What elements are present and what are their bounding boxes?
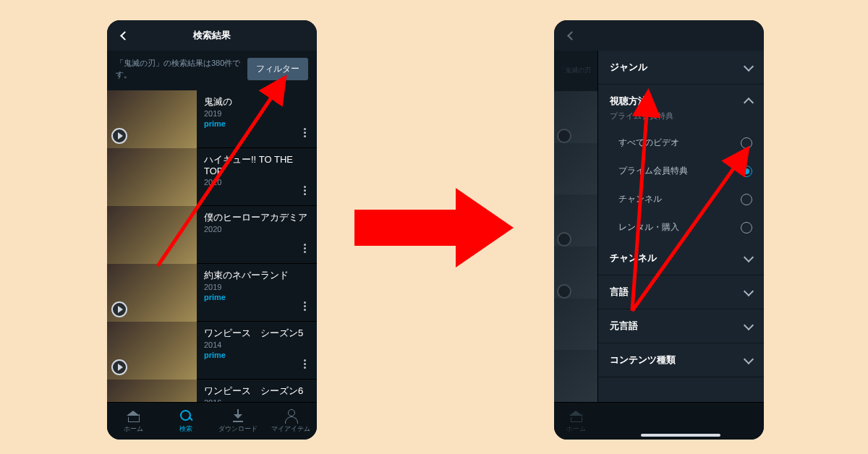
result-title: 鬼滅の [204, 96, 312, 108]
tab-dl[interactable]: ダウンロード [212, 403, 265, 440]
header [554, 20, 764, 51]
result-year: 2019 [204, 283, 312, 291]
filter-section-label: コンテンツ種類 [610, 354, 676, 367]
header-title: 検索結果 [193, 29, 231, 42]
filter-option[interactable]: すべてのビデオ [598, 129, 764, 157]
result-info: ワンピース シーズン62016prime [197, 380, 317, 402]
home-indicator [641, 434, 720, 437]
result-title: ワンピース シーズン6 [204, 385, 312, 397]
tab-bar: ホーム検索ダウンロードマイアイテム [107, 402, 317, 440]
more-button[interactable] [297, 240, 312, 256]
ghost-thumbnails [554, 91, 597, 402]
play-icon[interactable] [111, 301, 127, 317]
radio-icon[interactable] [741, 222, 752, 234]
result-info: ハイキュー!! TO THE TOP2020 [197, 148, 317, 205]
chevron-down-icon [744, 354, 754, 364]
tab-label: 検索 [179, 424, 192, 434]
thumbnail[interactable] [107, 206, 197, 264]
chevron-down-icon [744, 252, 754, 262]
tab-home[interactable]: ホーム [554, 403, 597, 440]
filter-option-label: チャンネル [618, 193, 662, 205]
tab-label: ホーム [124, 424, 143, 434]
result-year: 2019 [204, 109, 312, 118]
result-title: 約束のネバーランド [204, 270, 312, 281]
filter-overlay-area: 「鬼滅の刃 ジャンル 視聴方法 プライム会員特典 すべてのビデオプライム会員特典… [554, 51, 764, 402]
play-icon[interactable] [111, 128, 127, 144]
back-button[interactable] [558, 20, 584, 51]
filter-section-watch-method[interactable]: 視聴方法 [598, 85, 764, 109]
filter-option[interactable]: レンタル・購入 [598, 213, 764, 241]
chevron-up-icon [744, 97, 754, 107]
more-button[interactable] [297, 356, 312, 372]
more-button[interactable] [297, 182, 312, 198]
ghost-summary-text: 「鬼滅の刃 [554, 51, 597, 91]
phone-filter-panel: 「鬼滅の刃 ジャンル 視聴方法 プライム会員特典 すべてのビデオプライム会員特典… [554, 20, 764, 440]
tab-home[interactable]: ホーム [107, 403, 160, 440]
filter-button[interactable]: フィルター [247, 58, 308, 80]
filter-section-channel[interactable]: チャンネル [598, 241, 764, 275]
result-info: 約束のネバーランド2019prime [197, 264, 317, 321]
filter-section-label: ジャンル [610, 61, 647, 74]
play-icon[interactable] [111, 359, 127, 375]
result-item[interactable]: ハイキュー!! TO THE TOP2020 [107, 148, 317, 206]
result-item[interactable]: ワンピース シーズン52014prime [107, 322, 317, 380]
back-button[interactable] [111, 20, 137, 51]
filter-panel[interactable]: ジャンル 視聴方法 プライム会員特典 すべてのビデオプライム会員特典チャンネルレ… [597, 51, 764, 402]
big-arrow-icon [354, 188, 521, 267]
summary-text: 「鬼滅の刃」の検索結果は380件です。 [116, 58, 242, 80]
filter-section-content-type[interactable]: コンテンツ種類 [598, 343, 764, 377]
header: 検索結果 [107, 20, 317, 51]
tab-user[interactable]: マイアイテム [265, 403, 318, 440]
home-icon [126, 408, 140, 423]
radio-icon[interactable] [741, 137, 752, 149]
thumbnail[interactable] [107, 264, 197, 322]
chevron-left-icon [567, 31, 576, 40]
user-icon [284, 408, 298, 423]
result-info: 僕のヒーローアカデミア2020 [197, 206, 317, 263]
thumbnail[interactable] [107, 148, 197, 206]
tab-bar: ホーム [554, 402, 764, 440]
result-title: ハイキュー!! TO THE TOP [204, 154, 312, 176]
more-button[interactable] [297, 298, 312, 314]
thumbnail[interactable] [107, 380, 197, 402]
result-year: 2020 [204, 225, 312, 234]
result-year: 2016 [204, 398, 312, 402]
result-item[interactable]: 鬼滅の2019prime [107, 90, 317, 148]
result-item[interactable]: ワンピース シーズン62016prime [107, 380, 317, 402]
filter-section-genre[interactable]: ジャンル [598, 51, 764, 85]
phone-search-results: 検索結果 「鬼滅の刃」の検索結果は380件です。 フィルター 鬼滅の2019pr… [107, 20, 317, 440]
filter-section-label: 視聴方法 [610, 95, 647, 108]
result-year: 2014 [204, 340, 312, 349]
radio-icon[interactable] [741, 166, 752, 177]
search-icon [179, 408, 193, 423]
filter-option-label: レンタル・購入 [618, 221, 679, 234]
filter-section-subtext: プライム会員特典 [598, 109, 764, 129]
filter-section-label: チャンネル [610, 252, 657, 265]
tab-search[interactable]: 検索 [160, 403, 213, 440]
chevron-left-icon [120, 31, 129, 40]
home-icon [569, 408, 583, 423]
filter-option[interactable]: チャンネル [598, 185, 764, 213]
filter-section-label: 言語 [610, 286, 629, 299]
chevron-down-icon [744, 286, 754, 296]
more-button[interactable] [297, 124, 312, 140]
result-title: 僕のヒーローアカデミア [204, 212, 312, 223]
thumbnail[interactable] [107, 90, 197, 148]
dl-icon [231, 408, 245, 423]
result-item[interactable]: 約束のネバーランド2019prime [107, 264, 317, 322]
result-info: 鬼滅の2019prime [197, 90, 317, 147]
tab-label: マイアイテム [271, 424, 310, 434]
filter-option[interactable]: プライム会員特典 [598, 157, 764, 185]
chevron-down-icon [744, 61, 754, 71]
result-title: ワンピース シーズン5 [204, 327, 312, 339]
filter-section-lang[interactable]: 言語 [598, 275, 764, 309]
result-item[interactable]: 僕のヒーローアカデミア2020 [107, 206, 317, 264]
tab-label: ダウンロード [218, 424, 258, 434]
filter-section-label: 元言語 [610, 320, 638, 333]
filter-option-label: すべてのビデオ [618, 137, 679, 149]
results-list[interactable]: 鬼滅の2019primeハイキュー!! TO THE TOP2020僕のヒーロー… [107, 90, 317, 402]
radio-icon[interactable] [741, 194, 752, 205]
thumbnail[interactable] [107, 322, 197, 380]
filter-option-label: プライム会員特典 [618, 165, 688, 177]
filter-section-orig-lang[interactable]: 元言語 [598, 309, 764, 343]
